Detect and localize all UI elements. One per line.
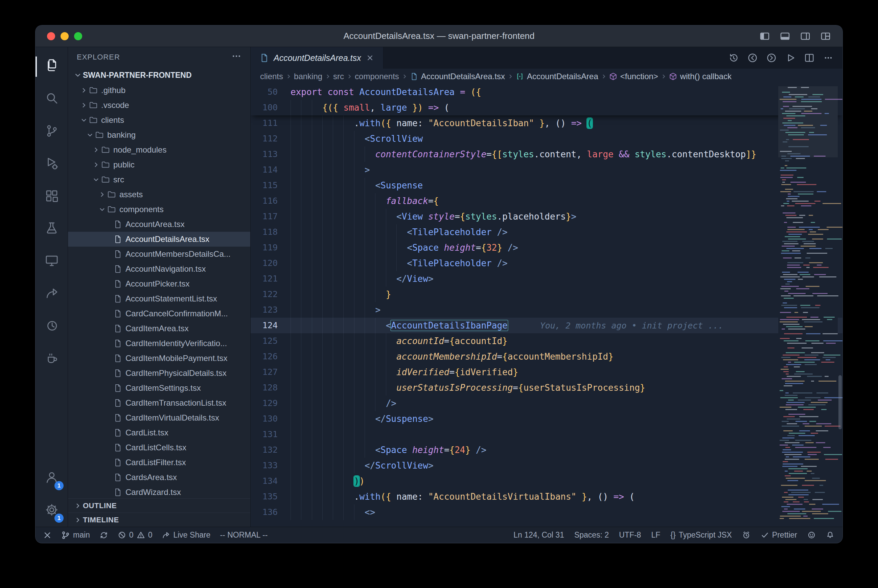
code-line[interactable]: 116fallback={ xyxy=(250,193,842,209)
toggle-secondary-sidebar-icon[interactable] xyxy=(800,31,811,42)
prettier-indicator[interactable]: Prettier xyxy=(761,531,797,540)
breadcrumb-item[interactable]: AccountDetailsArea xyxy=(516,72,598,81)
tree-item-folder[interactable]: components xyxy=(68,202,250,217)
split-editor-icon[interactable] xyxy=(804,52,815,63)
tree-item-folder[interactable]: banking xyxy=(68,128,250,142)
prev-change-icon[interactable] xyxy=(747,52,758,63)
breadcrumb-item[interactable]: <function> xyxy=(609,72,658,81)
code-editor[interactable]: 50export const AccountDetailsArea = ({10… xyxy=(250,84,842,527)
zoom-window-button[interactable] xyxy=(74,32,82,40)
activity-extensions[interactable] xyxy=(36,180,67,213)
tree-item-file[interactable]: AccountNavigation.tsx xyxy=(68,261,250,276)
activity-run-debug[interactable] xyxy=(36,148,67,180)
tree-item-file[interactable]: CardItemTransactionList.tsx xyxy=(68,396,250,410)
code-line[interactable]: 125accountId={accountId} xyxy=(250,333,842,349)
tree-item-file[interactable]: CardWizard.tsx xyxy=(68,485,250,498)
problems-indicator[interactable]: 0 0 xyxy=(118,531,153,540)
live-share-button[interactable]: Live Share xyxy=(162,531,210,540)
code-line[interactable]: 133</ScrollView> xyxy=(250,458,842,473)
more-actions-icon[interactable] xyxy=(231,51,241,63)
notifications-button[interactable] xyxy=(826,531,835,539)
indentation-indicator[interactable]: Spaces: 2 xyxy=(574,531,609,540)
tree-item-file[interactable]: AccountMembersDetailsCa... xyxy=(68,247,250,261)
activity-explorer[interactable] xyxy=(36,50,67,83)
local-history-icon[interactable] xyxy=(728,52,739,63)
cursor-position[interactable]: Ln 124, Col 31 xyxy=(513,531,564,540)
code-line[interactable]: 121</View> xyxy=(250,271,842,286)
tree-item-file[interactable]: AccountStatementList.tsx xyxy=(68,291,250,306)
code-line[interactable]: 132<Space height={24} /> xyxy=(250,442,842,458)
more-actions-icon[interactable] xyxy=(823,52,834,63)
code-line[interactable]: 128userStatusIsProcessing={userStatusIsP… xyxy=(250,380,842,396)
code-line[interactable]: 135.with({ name: "AccountDetailsVirtualI… xyxy=(250,489,842,504)
branch-indicator[interactable]: main xyxy=(61,531,90,540)
customize-layout-icon[interactable] xyxy=(820,31,831,42)
activity-settings[interactable]: 1 xyxy=(36,494,67,527)
tree-item-file[interactable]: CardItemArea.tsx xyxy=(68,321,250,336)
tree-item-file[interactable]: CardListCells.tsx xyxy=(68,440,250,455)
tree-item-file[interactable]: AccountDetailsArea.tsx xyxy=(68,232,250,247)
code-line[interactable]: 115<Suspense xyxy=(250,178,842,193)
remote-indicator[interactable] xyxy=(43,531,52,540)
breadcrumb-item[interactable]: clients xyxy=(260,72,283,81)
alarm-indicator[interactable] xyxy=(742,531,751,539)
breadcrumb-item[interactable]: banking xyxy=(294,72,322,81)
minimize-window-button[interactable] xyxy=(60,32,69,40)
code-line[interactable]: 127idVerified={idVerified} xyxy=(250,364,842,380)
tree-item-folder[interactable]: .github xyxy=(68,83,250,98)
tab-close-icon[interactable] xyxy=(366,54,375,62)
toggle-panel-icon[interactable] xyxy=(779,31,790,42)
run-file-icon[interactable] xyxy=(785,52,796,63)
tree-item-file[interactable]: CardItemSettings.tsx xyxy=(68,381,250,396)
activity-search[interactable] xyxy=(36,83,67,116)
editor-tab[interactable]: AccountDetailsArea.tsx xyxy=(250,47,384,69)
activity-source-control[interactable] xyxy=(36,116,67,148)
tree-item-folder[interactable]: public xyxy=(68,158,250,172)
close-window-button[interactable] xyxy=(47,32,55,40)
code-line[interactable]: 119<Space height={32} /> xyxy=(250,240,842,255)
code-line[interactable]: 113contentContainerStyle={[styles.conten… xyxy=(250,147,842,162)
code-line[interactable]: 123> xyxy=(250,302,842,318)
feedback-button[interactable] xyxy=(807,531,816,539)
code-line[interactable]: 131 xyxy=(250,427,842,442)
minimap[interactable] xyxy=(778,84,838,527)
eol-indicator[interactable]: LF xyxy=(651,531,660,540)
scrollbar-thumb[interactable] xyxy=(838,375,842,429)
code-line[interactable]: 136<> xyxy=(250,504,842,520)
activity-remote-explorer[interactable] xyxy=(36,245,67,278)
language-indicator[interactable]: {} TypeScript JSX xyxy=(670,531,732,540)
tree-item-folder[interactable]: node_modules xyxy=(68,142,250,158)
tree-item-folder[interactable]: src xyxy=(68,172,250,187)
code-line[interactable]: 134)) xyxy=(250,473,842,489)
encoding-indicator[interactable]: UTF-8 xyxy=(619,531,641,540)
activity-accounts[interactable]: 1 xyxy=(36,462,67,494)
code-line[interactable]: 129/> xyxy=(250,396,842,411)
workspace-root[interactable]: SWAN-PARTNER-FRONTEND xyxy=(68,68,250,83)
next-change-icon[interactable] xyxy=(766,52,777,63)
tree-item-file[interactable]: CardsArea.tsx xyxy=(68,470,250,485)
tree-item-file[interactable]: CardItemVirtualDetails.tsx xyxy=(68,410,250,425)
tree-item-file[interactable]: CardItemIdentityVerificatio... xyxy=(68,336,250,351)
tree-item-file[interactable]: CardListFilter.tsx xyxy=(68,455,250,470)
code-line[interactable]: 117<View style={styles.placeholders}> xyxy=(250,209,842,224)
breadcrumb-item[interactable]: with() callback xyxy=(669,72,731,81)
activity-coffee[interactable] xyxy=(36,343,67,375)
tree-item-folder[interactable]: assets xyxy=(68,187,250,202)
toggle-sidebar-icon[interactable] xyxy=(759,31,770,42)
breadcrumb-item[interactable]: components xyxy=(355,72,399,81)
tree-item-file[interactable]: AccountArea.tsx xyxy=(68,217,250,232)
tree-item-folder[interactable]: clients xyxy=(68,112,250,128)
sticky-code-line[interactable]: 100{({ small, large }) => ( xyxy=(250,100,842,116)
tree-item-file[interactable]: CardItemMobilePayment.tsx xyxy=(68,351,250,366)
tree-item-file[interactable]: AccountPicker.tsx xyxy=(68,276,250,291)
code-line[interactable]: 120<TilePlaceholder /> xyxy=(250,255,842,271)
timeline-section[interactable]: TIMELINE xyxy=(68,513,250,527)
activity-testing[interactable] xyxy=(36,213,67,245)
code-line[interactable]: 118<TilePlaceholder /> xyxy=(250,224,842,240)
sync-button[interactable] xyxy=(99,531,108,540)
code-line[interactable]: 114> xyxy=(250,162,842,178)
code-line[interactable]: 124<AccountDetailsIbanPageYou, 2 months … xyxy=(250,318,842,333)
tree-item-folder[interactable]: .vscode xyxy=(68,98,250,112)
code-line[interactable]: 111.with({ name: "AccountDetailsIban" },… xyxy=(250,116,842,131)
breadcrumb-item[interactable]: AccountDetailsArea.tsx xyxy=(410,72,505,81)
